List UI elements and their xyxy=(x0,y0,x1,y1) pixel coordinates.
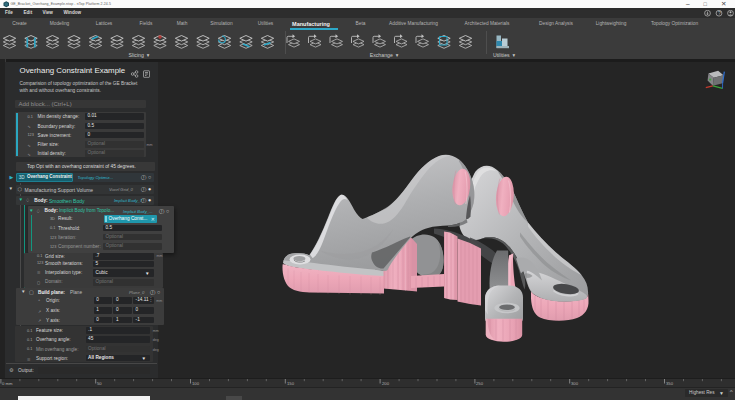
svg-text:?: ? xyxy=(718,10,721,16)
